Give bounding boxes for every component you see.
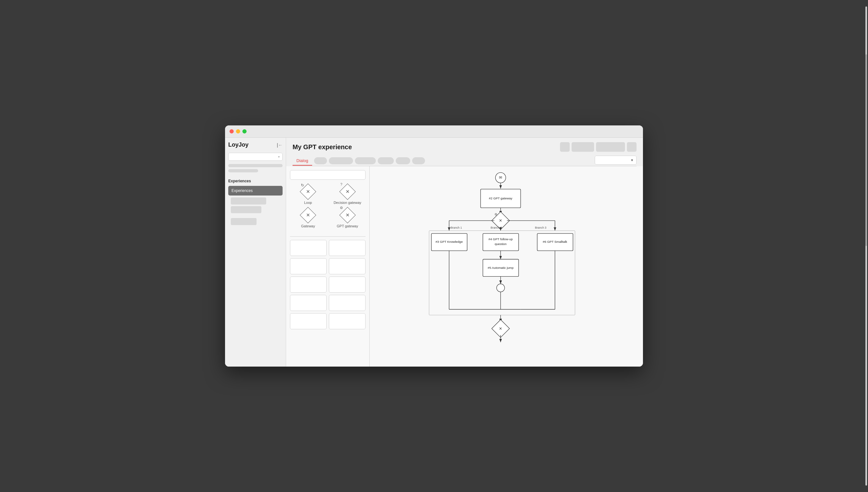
- header: My GPT experience Dialog: [286, 138, 643, 166]
- svg-text:#3 GPT Knowledge: #3 GPT Knowledge: [436, 240, 463, 243]
- maximize-button[interactable]: [242, 129, 247, 133]
- experiences-section-label: Experiences: [228, 179, 283, 183]
- palette-item-gateway[interactable]: ✕ Gateway: [290, 208, 326, 228]
- sidebar-logo: LoyJoy |←: [228, 142, 283, 148]
- left-panel: ✕ ↻ Loop: [286, 166, 370, 367]
- sidebar-subitem-1[interactable]: [231, 197, 266, 204]
- template-item-4[interactable]: [329, 258, 365, 274]
- template-item-10[interactable]: [329, 313, 365, 329]
- canvas-area[interactable]: ✉ #2 GPT gateway ✕ ⚙: [370, 166, 643, 367]
- svg-text:✕: ✕: [499, 218, 502, 223]
- sidebar-workspace-dropdown[interactable]: ▾: [228, 153, 283, 161]
- sidebar-bar-1: [228, 164, 283, 167]
- app-window: LoyJoy |← ▾ Experiences Experiences My G…: [225, 125, 643, 367]
- tab-pill-1[interactable]: [314, 157, 327, 164]
- tabs-left: Dialog: [292, 156, 425, 165]
- template-item-3[interactable]: [290, 258, 327, 274]
- node-gw2[interactable]: ✕: [492, 320, 510, 337]
- minimize-button[interactable]: [236, 129, 240, 133]
- template-item-8[interactable]: [329, 295, 365, 311]
- chevron-down-icon: ▾: [631, 158, 633, 163]
- svg-text:✉: ✉: [499, 176, 502, 179]
- header-actions: [560, 142, 637, 152]
- chevron-down-icon: ▾: [278, 155, 280, 158]
- header-action-btn-2[interactable]: [571, 142, 594, 152]
- sidebar: LoyJoy |← ▾ Experiences Experiences: [225, 138, 286, 367]
- loop-label: Loop: [304, 201, 312, 204]
- svg-text:#6 GPT Smalltalk: #6 GPT Smalltalk: [543, 240, 567, 243]
- palette-grid: ✕ ↻ Loop: [290, 184, 365, 228]
- svg-text:#4 GPT follow-up: #4 GPT follow-up: [489, 237, 513, 241]
- flow-diagram: ✉ #2 GPT gateway ✕ ⚙: [370, 166, 643, 367]
- svg-text:#5 Automatic jump: #5 Automatic jump: [488, 266, 514, 269]
- template-item-1[interactable]: [290, 240, 327, 256]
- tab-pill-5[interactable]: [396, 157, 410, 164]
- tab-right-dropdown[interactable]: ▾: [595, 156, 637, 165]
- gpt-gateway-icon: ✕ ⚙: [340, 208, 355, 223]
- template-item-5[interactable]: [290, 276, 327, 293]
- logo-text: LoyJoy: [228, 142, 249, 148]
- main-layout: LoyJoy |← ▾ Experiences Experiences My G…: [225, 138, 643, 367]
- tab-pill-4[interactable]: [378, 157, 394, 164]
- palette-search-input[interactable]: [290, 170, 365, 180]
- sidebar-bar-2: [228, 169, 258, 172]
- branch3-label: Branch 3: [535, 226, 546, 229]
- decision-gateway-icon: ✕ ?: [340, 184, 355, 199]
- page-title: My GPT experience: [292, 143, 352, 151]
- svg-text:✕: ✕: [499, 326, 502, 331]
- workspace: ✕ ↻ Loop: [286, 166, 643, 367]
- template-item-6[interactable]: [329, 276, 365, 293]
- header-action-btn-3[interactable]: [596, 142, 625, 152]
- traffic-lights: [230, 129, 247, 133]
- svg-text:question: question: [495, 242, 507, 246]
- palette-item-loop[interactable]: ✕ ↻ Loop: [290, 184, 326, 204]
- header-action-btn-1[interactable]: [560, 142, 570, 152]
- palette-item-decision-gateway[interactable]: ✕ ? Decision gateway: [330, 184, 366, 204]
- header-top: My GPT experience: [292, 142, 637, 152]
- tab-dialog[interactable]: Dialog: [292, 156, 312, 166]
- tab-pill-3[interactable]: [355, 157, 376, 164]
- svg-text:⚙: ⚙: [495, 213, 497, 216]
- branch2-label: Branch 2: [491, 226, 502, 229]
- template-item-7[interactable]: [290, 295, 327, 311]
- gateway-icon: ✕: [301, 208, 315, 223]
- gateway-label: Gateway: [301, 224, 315, 228]
- end-circle[interactable]: [497, 284, 505, 292]
- header-action-btn-4[interactable]: [627, 142, 637, 152]
- sidebar-item-experiences[interactable]: Experiences: [228, 186, 283, 196]
- template-item-9[interactable]: [290, 313, 327, 329]
- content-area: My GPT experience Dialog: [286, 138, 643, 367]
- svg-text:#2 GPT gateway: #2 GPT gateway: [489, 196, 512, 200]
- gpt-gateway-label: GPT gateway: [337, 224, 358, 228]
- close-button[interactable]: [230, 129, 234, 133]
- palette-divider: [290, 236, 365, 237]
- title-bar: [225, 125, 643, 138]
- collapse-icon[interactable]: |←: [277, 143, 283, 148]
- template-item-2[interactable]: [329, 240, 365, 256]
- template-grid: [290, 240, 365, 329]
- tab-pill-6[interactable]: [412, 157, 425, 164]
- decision-gateway-label: Decision gateway: [334, 201, 361, 204]
- tab-pill-2[interactable]: [329, 157, 353, 164]
- loop-icon: ✕ ↻: [301, 184, 315, 199]
- sidebar-subitem-3[interactable]: [231, 218, 257, 225]
- palette-item-gpt-gateway[interactable]: ✕ ⚙ GPT gateway: [330, 208, 366, 228]
- sidebar-subitem-2[interactable]: [231, 206, 261, 213]
- branch1-label: Branch 1: [451, 226, 462, 229]
- tabs-row: Dialog ▾: [292, 156, 637, 166]
